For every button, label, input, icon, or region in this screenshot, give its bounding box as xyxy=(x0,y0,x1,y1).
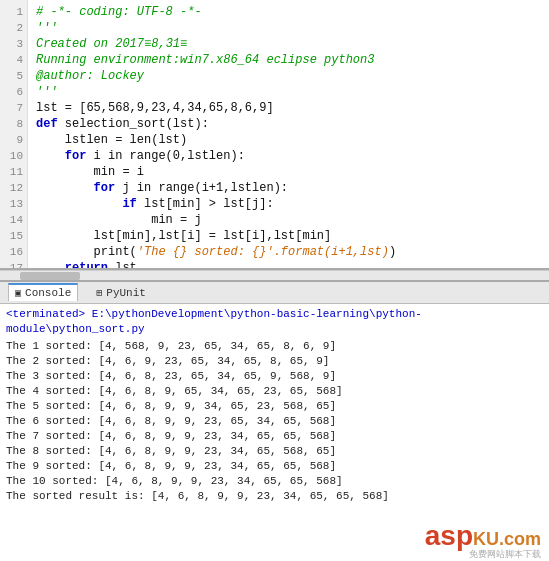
code-line-1: # -*- coding: UTF-8 -*- xyxy=(36,4,541,20)
output-line: The sorted result is: [4, 6, 8, 9, 9, 23… xyxy=(6,489,543,504)
code-line-5: @author: Lockey xyxy=(36,68,541,84)
code-line-3: Created on 2017≡8,31≡ xyxy=(36,36,541,52)
code-line-13: if lst[min] > lst[j]: xyxy=(36,196,541,212)
line-number-11: 11 xyxy=(2,164,23,180)
code-line-17: return lst xyxy=(36,260,541,268)
code-line-11: min = i xyxy=(36,164,541,180)
line-number-9: 9 xyxy=(2,132,23,148)
code-content[interactable]: # -*- coding: UTF-8 -*-'''Created on 201… xyxy=(28,0,549,268)
console-tab-console[interactable]: ▣Console xyxy=(8,283,78,301)
output-line: The 10 sorted: [4, 6, 8, 9, 9, 23, 34, 6… xyxy=(6,474,543,489)
console-tab-label: PyUnit xyxy=(106,287,146,299)
line-number-10: 10 xyxy=(2,148,23,164)
horizontal-scrollbar[interactable] xyxy=(0,270,549,280)
line-number-7: 7 xyxy=(2,100,23,116)
console-tab-icon: ▣ xyxy=(15,287,21,299)
code-editor[interactable]: 123456789101112131415161718192021 # -*- … xyxy=(0,0,549,270)
line-number-14: 14 xyxy=(2,212,23,228)
code-line-10: for i in range(0,lstlen): xyxy=(36,148,541,164)
console-tab-label: Console xyxy=(25,287,71,299)
output-line: The 2 sorted: [4, 6, 9, 23, 65, 34, 65, … xyxy=(6,354,543,369)
code-line-2: ''' xyxy=(36,20,541,36)
code-line-6: ''' xyxy=(36,84,541,100)
code-line-16: print('The {} sorted: {}'.format(i+1,lst… xyxy=(36,244,541,260)
console-panel: ▣Console⊞PyUnit <terminated> E:\pythonDe… xyxy=(0,280,549,561)
line-number-13: 13 xyxy=(2,196,23,212)
console-path: <terminated> E:\pythonDevelopment\python… xyxy=(6,307,543,337)
output-line: The 9 sorted: [4, 6, 8, 9, 9, 23, 34, 65… xyxy=(6,459,543,474)
output-line: The 5 sorted: [4, 6, 8, 9, 9, 34, 65, 23… xyxy=(6,399,543,414)
code-line-4: Running environment:win7.x86_64 eclipse … xyxy=(36,52,541,68)
output-line: The 6 sorted: [4, 6, 8, 9, 9, 23, 65, 34… xyxy=(6,414,543,429)
line-number-15: 15 xyxy=(2,228,23,244)
line-number-2: 2 xyxy=(2,20,23,36)
console-header: ▣Console⊞PyUnit xyxy=(0,280,549,304)
line-number-6: 6 xyxy=(2,84,23,100)
output-line: The 7 sorted: [4, 6, 8, 9, 9, 23, 34, 65… xyxy=(6,429,543,444)
line-number-16: 16 xyxy=(2,244,23,260)
line-number-17: 17 xyxy=(2,260,23,270)
code-line-15: lst[min],lst[i] = lst[i],lst[min] xyxy=(36,228,541,244)
code-line-12: for j in range(i+1,lstlen): xyxy=(36,180,541,196)
code-line-8: def selection_sort(lst): xyxy=(36,116,541,132)
scrollbar-thumb[interactable] xyxy=(20,272,80,280)
console-body: <terminated> E:\pythonDevelopment\python… xyxy=(0,304,549,561)
code-line-9: lstlen = len(lst) xyxy=(36,132,541,148)
code-line-14: min = j xyxy=(36,212,541,228)
output-line: The 1 sorted: [4, 568, 9, 23, 65, 34, 65… xyxy=(6,339,543,354)
line-number-1: 1 xyxy=(2,4,23,20)
line-numbers: 123456789101112131415161718192021 xyxy=(0,0,28,268)
console-output: The 1 sorted: [4, 568, 9, 23, 65, 34, 65… xyxy=(6,339,543,504)
line-number-8: 8 xyxy=(2,116,23,132)
console-tab-icon: ⊞ xyxy=(96,287,102,299)
line-number-12: 12 xyxy=(2,180,23,196)
output-line: The 3 sorted: [4, 6, 8, 23, 65, 34, 65, … xyxy=(6,369,543,384)
code-line-7: lst = [65,568,9,23,4,34,65,8,6,9] xyxy=(36,100,541,116)
line-number-4: 4 xyxy=(2,52,23,68)
console-tab-pyunit[interactable]: ⊞PyUnit xyxy=(90,285,152,301)
output-line: The 8 sorted: [4, 6, 8, 9, 9, 23, 34, 65… xyxy=(6,444,543,459)
line-number-3: 3 xyxy=(2,36,23,52)
line-number-5: 5 xyxy=(2,68,23,84)
output-line: The 4 sorted: [4, 6, 8, 9, 65, 34, 65, 2… xyxy=(6,384,543,399)
